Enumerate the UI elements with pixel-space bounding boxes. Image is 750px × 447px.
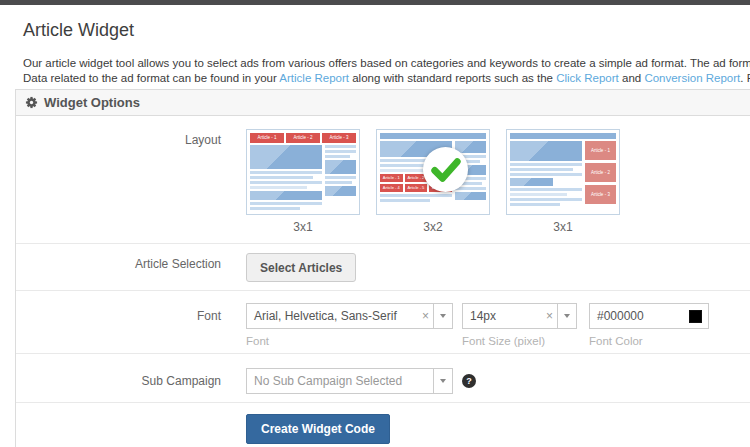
mock-skeleton — [510, 141, 582, 207]
cogs-icon — [25, 96, 38, 109]
top-nav-bar — [0, 0, 750, 5]
font-family-caption: Font — [246, 335, 453, 347]
font-label: Font — [16, 291, 221, 353]
clear-icon[interactable]: × — [418, 304, 433, 328]
font-family-value: Arial, Helvetica, Sans-Serif — [247, 304, 418, 328]
sub-campaign-row: Sub Campaign No Sub Campaign Selected ? — [16, 354, 750, 403]
font-family-select[interactable]: Arial, Helvetica, Sans-Serif × — [246, 303, 453, 329]
article-chip: Article - 1 — [380, 174, 403, 182]
font-size-value: 14px — [463, 304, 542, 328]
article-chip: Article - 2 — [286, 133, 320, 143]
mock-article-chips: Article - 1 Article - 2 Article - 3 — [250, 133, 356, 143]
caret-down-icon — [564, 314, 570, 318]
font-color-value: #000000 — [590, 304, 683, 328]
layout-preview-3x1-top: Article - 1 Article - 2 Article - 3 — [246, 129, 360, 215]
panel-title: Widget Options — [44, 95, 140, 110]
clear-icon[interactable]: × — [542, 304, 557, 328]
page-title: Article Widget — [23, 20, 750, 41]
article-chip: Article - 1 — [585, 141, 616, 160]
dropdown-caret-button[interactable] — [433, 304, 452, 328]
article-selection-label: Article Selection — [16, 244, 221, 290]
mock-article-stack: Article - 1 Article - 2 Article - 3 — [585, 141, 616, 207]
font-size-field: 14px × Font Size (pixel) — [462, 303, 577, 347]
submit-row: Create Widget Code — [16, 403, 750, 447]
color-swatch-button[interactable] — [683, 304, 708, 328]
article-chip: Article - 4 — [380, 184, 403, 192]
select-articles-button[interactable]: Select Articles — [246, 253, 356, 282]
sub-campaign-select[interactable]: No Sub Campaign Selected — [246, 368, 453, 394]
dropdown-caret-button[interactable] — [557, 304, 576, 328]
intro-line-1: Our article widget tool allows you to se… — [23, 56, 750, 71]
article-selection-row: Article Selection Select Articles — [16, 244, 750, 291]
font-color-field: #000000 Font Color — [589, 303, 709, 347]
intro-line-2: Data related to the ad format can be fou… — [23, 71, 750, 86]
mock-skeleton — [380, 133, 486, 139]
mock-skeleton — [510, 133, 616, 139]
mock-skeleton — [325, 145, 356, 210]
dropdown-caret-button[interactable] — [433, 369, 452, 393]
mock-skeleton — [250, 145, 322, 210]
panel-header: Widget Options — [16, 90, 750, 116]
layout-options: Article - 1 Article - 2 Article - 3 — [246, 129, 620, 234]
article-chip: Article - 2 — [585, 163, 616, 182]
font-size-caption: Font Size (pixel) — [462, 335, 577, 347]
intro-paragraph: Our article widget tool allows you to se… — [23, 56, 750, 86]
layout-label: Layout — [16, 129, 221, 243]
layout-option-3x1-left[interactable]: Article - 1 Article - 2 Article - 3 — [246, 129, 360, 234]
layout-caption: 3x2 — [376, 220, 490, 234]
font-color-caption: Font Color — [589, 335, 709, 347]
font-size-select[interactable]: 14px × — [462, 303, 577, 329]
font-family-field: Arial, Helvetica, Sans-Serif × Font — [246, 303, 453, 347]
sub-campaign-label: Sub Campaign — [16, 354, 221, 402]
article-chip: Article - 3 — [322, 133, 356, 143]
article-chip: Article - 3 — [585, 185, 616, 204]
caret-down-icon — [440, 379, 446, 383]
layout-preview-3x2: Article - 1 Article - 2 Article - 3 Arti… — [376, 129, 490, 215]
font-color-input[interactable]: #000000 — [589, 303, 709, 329]
conversion-report-link[interactable]: Conversion Report — [644, 72, 740, 84]
create-widget-code-button[interactable]: Create Widget Code — [246, 414, 390, 444]
click-report-link[interactable]: Click Report — [556, 72, 619, 84]
layout-caption: 3x1 — [506, 220, 620, 234]
article-chip: Article - 1 — [250, 133, 284, 143]
layout-preview-3x1-side: Article - 1 Article - 2 Article - 3 — [506, 129, 620, 215]
layout-option-3x1-right[interactable]: Article - 1 Article - 2 Article - 3 3x1 — [506, 129, 620, 234]
color-swatch — [689, 310, 702, 323]
layout-option-3x2-selected[interactable]: Article - 1 Article - 2 Article - 3 Arti… — [376, 129, 490, 234]
font-row: Font Arial, Helvetica, Sans-Serif × Font… — [16, 291, 750, 354]
layout-row: Layout Article - 1 Article - 2 Article -… — [16, 116, 750, 244]
widget-options-panel: Widget Options Layout Article - 1 Articl… — [15, 89, 750, 447]
help-icon[interactable]: ? — [462, 374, 476, 388]
sub-campaign-value: No Sub Campaign Selected — [247, 369, 433, 393]
article-report-link[interactable]: Article Report — [279, 72, 349, 84]
layout-caption: 3x1 — [246, 220, 360, 234]
selected-check-icon — [422, 146, 469, 193]
caret-down-icon — [440, 314, 446, 318]
